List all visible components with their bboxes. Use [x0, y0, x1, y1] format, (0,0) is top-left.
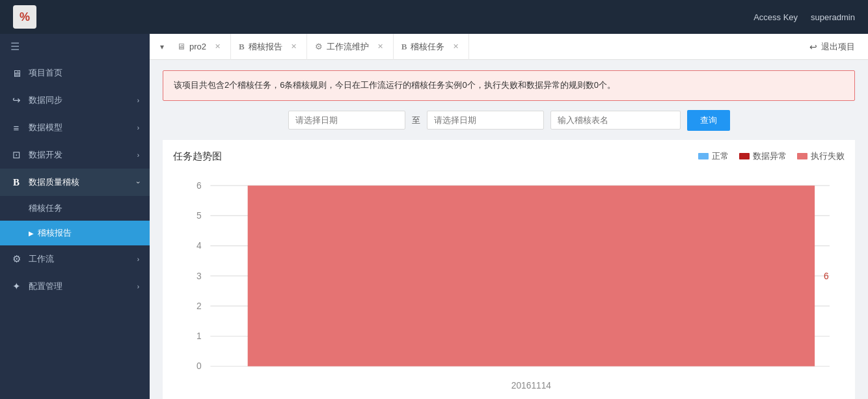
tab-workflow-label: 工作流维护	[327, 41, 369, 53]
sidebar-item-config[interactable]: ✦ 配置管理 ›	[0, 273, 150, 300]
legend-data-error-label: 数据异常	[753, 150, 787, 162]
tab-workflow-close[interactable]: ✕	[375, 42, 385, 51]
legend-data-error-dot	[739, 153, 750, 159]
svg-text:0: 0	[197, 361, 202, 371]
tab-pro2[interactable]: 🖥 pro2 ✕	[169, 34, 231, 60]
legend-exec-fail: 执行失败	[797, 150, 845, 162]
sidebar-label-quality: 数据质量稽核	[29, 176, 79, 188]
arrow-icon: ›	[137, 152, 139, 159]
arrow-icon: ›	[137, 97, 139, 104]
svg-text:1: 1	[197, 331, 202, 341]
sidebar-item-workflow[interactable]: ⚙ 工作流 ›	[0, 245, 150, 273]
topbar: % Access Key superadmin	[0, 0, 868, 34]
svg-text:5: 5	[197, 210, 202, 221]
tab-bar: ▾ 🖥 pro2 ✕ B 稽核报告 ✕ ⚙ 工作流维护 ✕ B 稽核任务 ✕	[150, 34, 868, 60]
username-display: superadmin	[811, 12, 855, 22]
app-logo: %	[13, 5, 36, 29]
svg-text:3: 3	[197, 270, 202, 281]
exit-project-button[interactable]: ↩ 退出项目	[802, 41, 863, 53]
page-content: 该项目共包含2个稽核任务，6条稽核规则，今日在工作流运行的稽核任务实例0个，执行…	[150, 60, 868, 399]
legend-data-error: 数据异常	[739, 150, 787, 162]
legend-exec-fail-label: 执行失败	[811, 150, 845, 162]
tab-pro2-close[interactable]: ✕	[213, 42, 223, 51]
sidebar-item-data-dev[interactable]: ⊡ 数据开发 ›	[0, 141, 150, 169]
arrow-icon: ›	[137, 256, 139, 263]
sidebar-label-model: 数据模型	[29, 122, 62, 133]
sidebar-label-workflow: 工作流	[29, 253, 54, 265]
date-start-input[interactable]	[288, 111, 405, 130]
exit-icon: ↩	[809, 42, 817, 52]
sidebar-sub-audit-task[interactable]: 稽核任务	[0, 196, 150, 221]
filter-row: 至 查询	[163, 110, 855, 131]
tab-pro2-label: pro2	[189, 42, 206, 51]
menu-toggle[interactable]: ☰	[0, 34, 150, 59]
svg-text:20161114: 20161114	[511, 380, 552, 391]
tab-pro2-icon: 🖥	[177, 42, 185, 51]
tab-audit-report[interactable]: B 稽核报告 ✕	[231, 34, 307, 60]
topbar-right: Access Key superadmin	[753, 12, 855, 22]
sidebar-label-home: 项目首页	[29, 67, 62, 79]
chart-svg: 0 1 2 3 4 5 6 6 20161114	[173, 171, 845, 396]
info-banner-text: 该项目共包含2个稽核任务，6条稽核规则，今日在工作流运行的稽核任务实例0个，执行…	[174, 80, 616, 90]
tab-dropdown-button[interactable]: ▾	[155, 42, 169, 51]
quality-icon: B	[10, 177, 22, 188]
sidebar-label-config: 配置管理	[29, 281, 62, 292]
tab-audit-task[interactable]: B 稽核任务 ✕	[394, 34, 470, 60]
tab-audit-report-close[interactable]: ✕	[289, 42, 299, 51]
main-layout: ☰ 🖥 项目首页 ↪ 数据同步 › ≡ 数据模型 › ⊡ 数据开发 › B 数据…	[0, 34, 868, 399]
tab-audit-task-icon: B	[401, 42, 407, 52]
active-indicator: ▶	[29, 230, 34, 237]
legend-exec-fail-dot	[797, 153, 807, 159]
audit-name-input[interactable]	[550, 111, 681, 130]
sidebar-label-dev: 数据开发	[29, 149, 62, 161]
dev-icon: ⊡	[10, 149, 22, 161]
chart-title: 任务趋势图	[173, 150, 222, 163]
content-area: ▾ 🖥 pro2 ✕ B 稽核报告 ✕ ⚙ 工作流维护 ✕ B 稽核任务 ✕	[150, 34, 868, 399]
chart-bar	[248, 186, 815, 366]
sidebar-sub-audit-report[interactable]: ▶ 稽核报告	[0, 221, 150, 245]
sync-icon: ↪	[10, 94, 22, 106]
arrow-icon: ›	[135, 181, 142, 183]
sidebar-item-data-model[interactable]: ≡ 数据模型 ›	[0, 114, 150, 141]
svg-text:4: 4	[197, 240, 202, 251]
tab-workflow-icon: ⚙	[315, 42, 323, 51]
config-icon: ✦	[10, 281, 22, 292]
workflow-icon: ⚙	[10, 253, 22, 265]
home-icon: 🖥	[10, 68, 22, 79]
legend-normal-label: 正常	[712, 150, 729, 162]
tab-audit-report-icon: B	[239, 42, 245, 52]
chart-header: 任务趋势图 正常 数据异常 执行失败	[173, 150, 845, 163]
exit-label: 退出项目	[821, 41, 855, 53]
tab-audit-report-label: 稽核报告	[249, 41, 282, 53]
sidebar-item-home[interactable]: 🖥 项目首页	[0, 59, 150, 87]
model-icon: ≡	[10, 122, 22, 133]
sidebar: ☰ 🖥 项目首页 ↪ 数据同步 › ≡ 数据模型 › ⊡ 数据开发 › B 数据…	[0, 34, 150, 399]
date-separator: 至	[412, 115, 420, 126]
info-banner: 该项目共包含2个稽核任务，6条稽核规则，今日在工作流运行的稽核任务实例0个，执行…	[163, 70, 855, 101]
tab-workflow-maint[interactable]: ⚙ 工作流维护 ✕	[307, 34, 394, 60]
sidebar-label-audit-task: 稽核任务	[29, 202, 62, 214]
arrow-icon: ›	[137, 283, 139, 290]
sidebar-label-audit-report: 稽核报告	[38, 227, 72, 239]
sidebar-item-data-quality[interactable]: B 数据质量稽核 ›	[0, 169, 150, 196]
svg-text:2: 2	[197, 301, 202, 311]
sidebar-item-data-sync[interactable]: ↪ 数据同步 ›	[0, 87, 150, 114]
chart-container: 任务趋势图 正常 数据异常 执行失败	[163, 140, 855, 399]
sidebar-label-sync: 数据同步	[29, 94, 62, 106]
arrow-icon: ›	[137, 124, 139, 131]
legend-normal: 正常	[698, 150, 729, 162]
tab-audit-task-close[interactable]: ✕	[451, 42, 461, 51]
date-end-input[interactable]	[427, 111, 544, 130]
search-button[interactable]: 查询	[687, 110, 730, 131]
svg-text:6: 6	[197, 180, 202, 191]
legend-normal-dot	[698, 153, 709, 159]
chart-legend: 正常 数据异常 执行失败	[698, 150, 845, 162]
chart-svg-wrapper: 0 1 2 3 4 5 6 6 20161114	[173, 171, 845, 396]
tab-audit-task-label: 稽核任务	[411, 41, 444, 53]
access-key-link[interactable]: Access Key	[753, 12, 798, 22]
svg-text:6: 6	[824, 270, 829, 281]
